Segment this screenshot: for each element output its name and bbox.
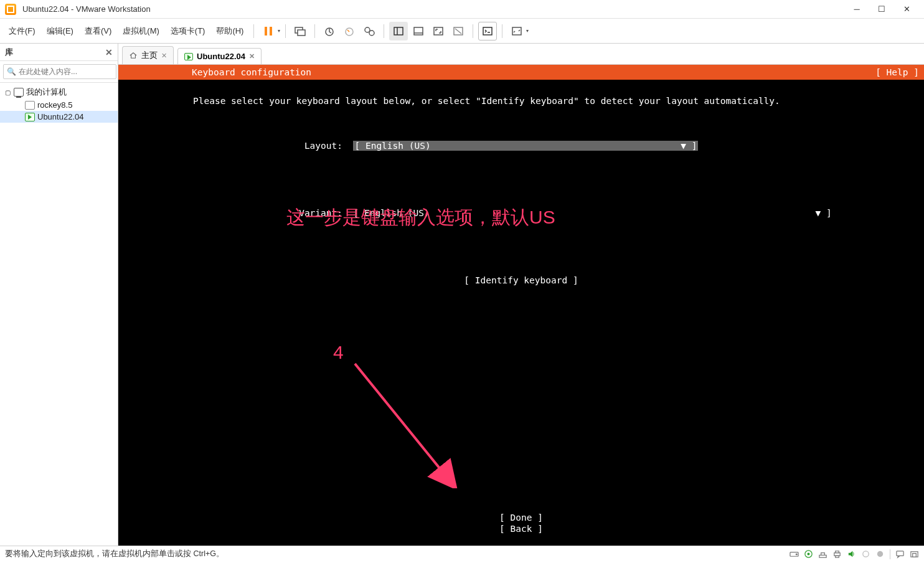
- installer-header: Keyboard configuration [ Help ]: [118, 65, 924, 80]
- tree-item-label: rockey8.5: [37, 100, 72, 110]
- pause-button[interactable]: [259, 22, 278, 40]
- svg-rect-28: [897, 551, 903, 556]
- svg-point-7: [369, 31, 374, 36]
- back-button[interactable]: [ Back ]: [118, 523, 924, 534]
- tab-close-button[interactable]: ✕: [161, 52, 167, 60]
- stretch-guest-button[interactable]: [507, 22, 526, 40]
- view-fullscreen-button[interactable]: [429, 22, 448, 40]
- layout-label: Layout:: [118, 140, 342, 152]
- menu-view[interactable]: 查看(V): [80, 23, 116, 39]
- tree-item-ubuntu[interactable]: Ubuntu22.04: [0, 111, 118, 123]
- menu-edit[interactable]: 编辑(E): [42, 23, 78, 39]
- view-sidebar-button[interactable]: [389, 22, 408, 40]
- svg-point-19: [796, 554, 797, 555]
- annotation-text: 这一步是键盘输入选项，默认US: [286, 205, 555, 230]
- svg-rect-23: [834, 553, 840, 556]
- svg-rect-1: [270, 27, 272, 36]
- svg-rect-10: [414, 27, 423, 35]
- svg-rect-22: [819, 555, 826, 557]
- status-hint: 要将输入定向到该虚拟机，请在虚拟机内部单击或按 Ctrl+G。: [5, 549, 224, 559]
- sidebar-title: 库: [5, 47, 13, 58]
- tabstrip: 主页 ✕ Ubuntu22.04 ✕: [118, 44, 924, 65]
- svg-point-21: [808, 553, 809, 555]
- message-icon[interactable]: [895, 549, 905, 559]
- menu-tabs[interactable]: 选项卡(T): [166, 23, 210, 39]
- svg-rect-15: [483, 27, 492, 35]
- snapshot-manager-button[interactable]: [360, 22, 379, 40]
- sidebar-close-button[interactable]: ✕: [105, 47, 113, 57]
- installer-help-button[interactable]: [ Help ]: [875, 67, 919, 77]
- power-dropdown[interactable]: ▾: [278, 28, 280, 34]
- svg-point-26: [863, 551, 869, 557]
- tab-home-label: 主页: [141, 50, 158, 61]
- usb-icon[interactable]: [861, 549, 870, 559]
- svg-line-14: [455, 29, 461, 34]
- svg-rect-8: [394, 27, 403, 35]
- installer-body: Please select your keyboard layout below…: [118, 80, 924, 306]
- annotation-arrow: [349, 357, 461, 488]
- svg-rect-30: [913, 554, 917, 557]
- input-grab-icon[interactable]: [910, 549, 919, 559]
- cdrom-icon[interactable]: [804, 549, 813, 559]
- sidebar-header: 库 ✕: [0, 44, 118, 61]
- svg-point-27: [877, 551, 883, 557]
- computer-icon: [14, 88, 24, 97]
- installer-footer: [ Done ] [ Back ]: [118, 512, 924, 534]
- sidebar: 库 ✕ 🔍 ▾ ▢ 我的计算机 rockey8.5 Ubuntu22.04: [0, 44, 118, 546]
- maximize-button[interactable]: ☐: [869, 0, 894, 19]
- statusbar: 要将输入定向到该虚拟机，请在虚拟机内部单击或按 Ctrl+G。: [0, 546, 924, 562]
- svg-rect-12: [434, 27, 443, 35]
- menu-file[interactable]: 文件(F): [4, 23, 40, 39]
- svg-line-17: [355, 364, 448, 479]
- vm-console[interactable]: Keyboard configuration [ Help ] Please s…: [118, 65, 924, 546]
- svg-rect-16: [512, 27, 521, 35]
- titlebar: Ubuntu22.04 - VMware Workstation ─ ☐ ✕: [0, 0, 924, 19]
- tab-close-button[interactable]: ✕: [249, 52, 255, 60]
- menu-help[interactable]: 帮助(H): [211, 23, 248, 39]
- close-button[interactable]: ✕: [894, 0, 919, 19]
- collapse-icon[interactable]: ▢: [4, 89, 11, 96]
- network-icon[interactable]: [818, 549, 827, 559]
- content-area: 主页 ✕ Ubuntu22.04 ✕ Keyboard configuratio…: [118, 44, 924, 546]
- installer-title: Keyboard configuration: [192, 67, 311, 77]
- printer-icon[interactable]: [832, 549, 842, 559]
- window-title: Ubuntu22.04 - VMware Workstation: [22, 4, 844, 14]
- sidebar-search-input[interactable]: [3, 64, 116, 79]
- record-icon[interactable]: [875, 549, 885, 559]
- svg-rect-0: [265, 27, 267, 36]
- tree-root-label: 我的计算机: [26, 87, 67, 98]
- vm-running-icon: [25, 113, 35, 121]
- send-ctrl-alt-del-button[interactable]: [291, 22, 309, 40]
- console-view-button[interactable]: [478, 22, 497, 40]
- sound-icon[interactable]: [847, 549, 856, 559]
- harddisk-icon[interactable]: [790, 549, 799, 559]
- tab-vm-label: Ubuntu22.04: [197, 52, 245, 61]
- status-icons: [790, 549, 919, 559]
- svg-rect-25: [836, 556, 839, 557]
- app-icon: [5, 4, 16, 15]
- menubar: 文件(F) 编辑(E) 查看(V) 虚拟机(M) 选项卡(T) 帮助(H) ▾ …: [0, 19, 924, 44]
- vm-running-icon: [184, 53, 193, 60]
- minimize-button[interactable]: ─: [844, 0, 869, 19]
- menu-vm[interactable]: 虚拟机(M): [118, 23, 164, 39]
- snapshot-revert-button[interactable]: [340, 22, 359, 40]
- stretch-dropdown[interactable]: ▾: [526, 28, 529, 34]
- view-console-button[interactable]: [409, 22, 428, 40]
- done-button[interactable]: [ Done ]: [118, 512, 924, 523]
- layout-select[interactable]: [ English (US) ▼ ]: [353, 141, 698, 151]
- library-tree: ▢ 我的计算机 rockey8.5 Ubuntu22.04: [0, 83, 118, 125]
- search-icon: 🔍: [7, 67, 16, 76]
- tree-item-label: Ubuntu22.04: [37, 112, 83, 121]
- identify-keyboard-button[interactable]: [ Identify keyboard ]: [464, 275, 578, 285]
- svg-rect-3: [298, 30, 305, 36]
- home-icon: [129, 52, 138, 59]
- snapshot-take-button[interactable]: [320, 22, 339, 40]
- tree-item-rockey[interactable]: rockey8.5: [0, 99, 118, 111]
- tab-home[interactable]: 主页 ✕: [122, 46, 174, 64]
- tree-root[interactable]: ▢ 我的计算机: [0, 85, 118, 99]
- svg-rect-24: [836, 551, 839, 553]
- annotation-number: 4: [333, 342, 344, 363]
- tab-vm[interactable]: Ubuntu22.04 ✕: [177, 48, 262, 64]
- vm-icon: [25, 101, 35, 110]
- view-unity-button[interactable]: [449, 22, 468, 40]
